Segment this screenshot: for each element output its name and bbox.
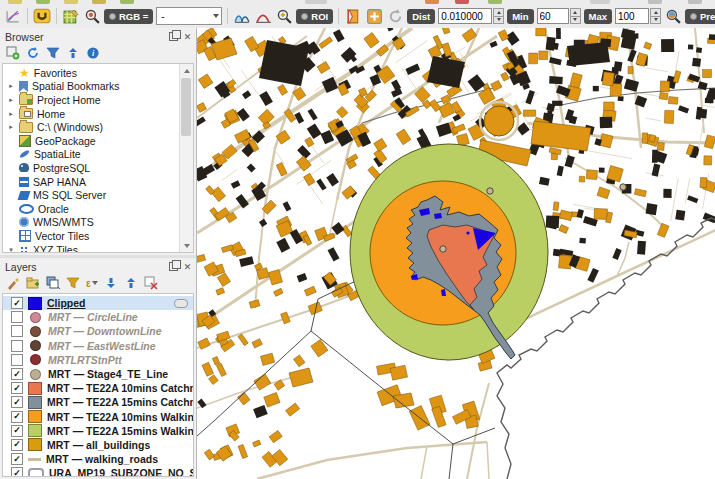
- layer-row-circleline[interactable]: MRT — CircleLine: [3, 310, 193, 324]
- layer-row-stage4-te-line[interactable]: MRT — Stage4_TE_Line: [3, 367, 193, 381]
- browser-item-sap-hana[interactable]: SAP HANA: [3, 175, 180, 189]
- layer-row-downtownline[interactable]: MRT — DowntownLine: [3, 324, 193, 338]
- spectral-plot-icon[interactable]: [4, 7, 22, 25]
- add-selected-layer-icon[interactable]: [6, 46, 20, 60]
- layer-swatch[interactable]: [30, 354, 41, 365]
- layer-row-te22a-10min-catchment[interactable]: MRT — TE22A 10mins Catchment A: [3, 381, 193, 395]
- cut-roi-icon[interactable]: [344, 7, 362, 25]
- roi-indicator: [301, 13, 308, 20]
- histogram-blue-icon[interactable]: [233, 7, 251, 25]
- browser-item-mssql[interactable]: MS SQL Server: [3, 188, 180, 202]
- layer-checkbox[interactable]: [11, 453, 23, 465]
- filter-legend-icon[interactable]: [66, 276, 80, 290]
- map-canvas[interactable]: [197, 28, 715, 479]
- map-themes-icon[interactable]: [46, 276, 60, 290]
- layer-swatch[interactable]: [30, 340, 41, 351]
- layer-swatch[interactable]: [28, 382, 42, 395]
- undock-icon[interactable]: [168, 31, 179, 42]
- layer-swatch[interactable]: [28, 297, 42, 310]
- mssql-icon: [18, 191, 31, 200]
- preview-zoom-icon[interactable]: [664, 7, 682, 25]
- browser-item-xyz-tiles[interactable]: ▾XYZ Tiles: [3, 243, 180, 252]
- scroll-up-icon[interactable]: [180, 64, 193, 77]
- dist-spinner: [438, 8, 504, 24]
- layer-checkbox[interactable]: [11, 411, 23, 423]
- layer-row-walking-roads[interactable]: MRT — walking_roads: [3, 452, 193, 466]
- max-spin-buttons[interactable]: [650, 8, 661, 24]
- layer-swatch[interactable]: [28, 410, 42, 423]
- browser-item-favorites[interactable]: ★Favorites: [3, 66, 180, 80]
- expand-all-icon[interactable]: [104, 276, 118, 290]
- max-input[interactable]: [615, 8, 649, 24]
- layer-checkbox[interactable]: [11, 439, 23, 451]
- layer-row-te22a-10min-radius[interactable]: MRT — TE22A 10mins Walking Radi: [3, 410, 193, 424]
- browser-item-project-home[interactable]: ▸Project Home: [3, 93, 180, 107]
- layer-row-te22a-15min-radius[interactable]: MRT — TE22A 15mins Walking Radi: [3, 424, 193, 438]
- browser-item-spatialite[interactable]: SpatiaLite: [3, 148, 180, 162]
- add-group-icon[interactable]: [26, 276, 40, 290]
- layers-list: Clipped MRT — CircleLine MRT — DowntownL…: [2, 293, 194, 477]
- layer-swatch[interactable]: [28, 458, 41, 461]
- dist-input[interactable]: [438, 8, 492, 24]
- browser-item-wms[interactable]: WMS/WMTS: [3, 216, 180, 230]
- layer-checkbox[interactable]: [11, 325, 23, 337]
- close-icon[interactable]: ✕: [182, 31, 193, 42]
- layer-checkbox[interactable]: [11, 368, 23, 380]
- layer-row-clipped[interactable]: Clipped: [3, 296, 193, 310]
- zoom-plus-icon[interactable]: [275, 7, 293, 25]
- roi-toggle[interactable]: ROI: [296, 9, 333, 24]
- layer-checkbox[interactable]: [11, 297, 23, 309]
- collapse-all-icon[interactable]: [66, 46, 80, 60]
- layer-checkbox[interactable]: [11, 311, 23, 323]
- layer-row-all-buildings[interactable]: MRT — all_buildings: [3, 438, 193, 452]
- scp-plugin-icon[interactable]: [33, 7, 51, 25]
- layer-checkbox[interactable]: [11, 382, 23, 394]
- filter-expression-icon[interactable]: ε: [86, 278, 98, 289]
- layer-checkbox[interactable]: [11, 396, 23, 408]
- scrollbar-thumb[interactable]: [181, 78, 191, 136]
- band-set-icon[interactable]: [62, 7, 80, 25]
- layer-checkbox[interactable]: [11, 467, 23, 477]
- refresh-browser-icon[interactable]: [26, 46, 40, 60]
- add-roi-icon[interactable]: [365, 7, 383, 25]
- browser-item-postgresql[interactable]: PostgreSQL: [3, 161, 180, 175]
- layer-swatch[interactable]: [28, 438, 42, 451]
- min-spin-buttons[interactable]: [570, 8, 581, 24]
- layer-swatch[interactable]: [28, 396, 42, 409]
- browser-item-geopackage[interactable]: GeoPackage: [3, 134, 180, 148]
- layer-row-mrtlrtstnptt[interactable]: MRTLRTStnPtt: [3, 353, 193, 367]
- browser-item-c-drive[interactable]: ▸C:\ (Windows): [3, 120, 180, 134]
- layer-swatch[interactable]: [28, 424, 42, 437]
- browser-item-home[interactable]: ▸Home: [3, 107, 180, 121]
- rgb-combo[interactable]: -: [156, 7, 222, 25]
- redo-icon[interactable]: [386, 7, 404, 25]
- layer-row-eastwestline[interactable]: MRT — EastWestLine: [3, 339, 193, 353]
- layer-styling-icon[interactable]: [6, 276, 20, 290]
- browser-item-vector-tiles[interactable]: Vector Tiles: [3, 229, 180, 243]
- layer-swatch[interactable]: [28, 468, 44, 477]
- collapse-all-icon[interactable]: [124, 276, 138, 290]
- zoom-to-band-icon[interactable]: [83, 7, 101, 25]
- undock-icon[interactable]: [168, 261, 179, 272]
- layer-swatch[interactable]: [30, 369, 41, 380]
- layer-swatch[interactable]: [30, 326, 41, 337]
- layer-row-ura-subzone[interactable]: URA_MP19_SUBZONE_NO_SEA_PL: [3, 466, 193, 477]
- layer-checkbox[interactable]: [11, 354, 23, 366]
- remove-layer-icon[interactable]: [144, 276, 158, 290]
- min-input[interactable]: [537, 8, 569, 24]
- histogram-red-icon[interactable]: [254, 7, 272, 25]
- preview-button[interactable]: Preview: [685, 9, 715, 24]
- layer-checkbox[interactable]: [11, 340, 23, 352]
- scroll-down-icon[interactable]: [180, 239, 193, 252]
- browser-item-spatial-bookmarks[interactable]: ▸Spatial Bookmarks: [3, 80, 180, 94]
- browser-item-oracle[interactable]: Oracle: [3, 202, 180, 216]
- layer-swatch[interactable]: [30, 312, 41, 323]
- close-icon[interactable]: ✕: [182, 261, 193, 272]
- dist-spin-buttons[interactable]: [493, 8, 504, 24]
- layer-row-te22a-15min-catchment[interactable]: MRT — TE22A 15mins Catchment A: [3, 395, 193, 409]
- properties-widget-icon[interactable]: i: [86, 46, 100, 60]
- layer-checkbox[interactable]: [11, 425, 23, 437]
- browser-scrollbar[interactable]: [179, 64, 193, 252]
- filter-browser-icon[interactable]: [46, 46, 60, 60]
- postgresql-icon: [19, 163, 29, 172]
